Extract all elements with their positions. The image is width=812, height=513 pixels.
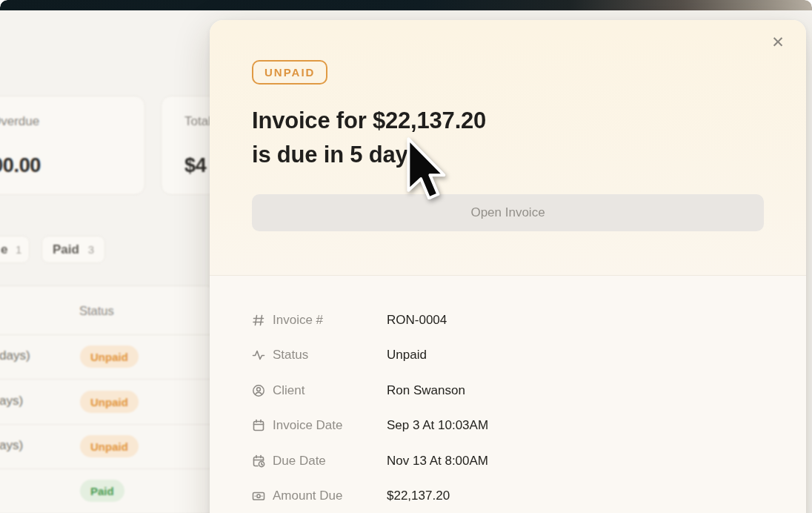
detail-value: Sep 3 At 10:03AM [387, 418, 488, 433]
detail-label: Amount Due [273, 489, 387, 503]
status-badge: Unpaid [80, 391, 139, 413]
filter-tab-count: 3 [88, 243, 94, 256]
detail-label: Client [273, 383, 387, 398]
stat-card-value: 00.00 [0, 154, 41, 177]
row-due-text: ays) [0, 394, 23, 408]
hash-icon [252, 313, 267, 328]
detail-label: Status [273, 348, 387, 363]
mouse-cursor [405, 136, 446, 199]
detail-value: RON-0004 [387, 313, 447, 328]
detail-row-due-date: Due Date Nov 13 At 8:00AM [252, 443, 764, 479]
filter-tab-paid[interactable]: Paid 3 [41, 236, 105, 263]
status-badge: Paid [80, 480, 124, 502]
calendar-icon [252, 418, 267, 433]
invoice-table: Status days) Unpaid ays) Unpaid ays) Unp… [0, 285, 216, 513]
filter-tab-due[interactable]: e 1 [0, 236, 30, 263]
row-due-text: days) [0, 348, 30, 363]
filter-tab-label: e [1, 242, 7, 257]
detail-label: Due Date [273, 454, 387, 469]
table-row[interactable]: ays) Unpaid [0, 380, 216, 425]
modal-header-section: ✕ UNPAID Invoice for $22,137.20 is due i… [210, 20, 806, 276]
detail-value: Ron Swanson [387, 383, 465, 398]
invoice-details-section: Invoice # RON-0004 Status Unpaid Client … [210, 276, 806, 513]
close-icon[interactable]: ✕ [768, 32, 788, 53]
stat-card-label: Total [184, 114, 211, 129]
status-badge: Unpaid [80, 345, 139, 368]
detail-row-invoice-date: Invoice Date Sep 3 At 10:03AM [252, 408, 764, 444]
detail-label: Invoice # [273, 313, 387, 328]
detail-row-client: Client Ron Swanson [252, 373, 764, 408]
stat-card-overdue: Overdue 00.00 [0, 96, 145, 195]
row-due-text: ays) [0, 438, 23, 453]
invoice-title-line2: is due in 5 days [252, 142, 421, 168]
table-row[interactable]: Paid [0, 469, 216, 513]
banknote-icon [252, 489, 267, 503]
detail-row-invoice-number: Invoice # RON-0004 [252, 302, 764, 338]
browser-top-bar [0, 0, 812, 10]
detail-row-amount-due: Amount Due $22,137.20 [252, 479, 764, 513]
stat-card-value: $4 [184, 154, 206, 177]
filter-tab-count: 1 [16, 243, 21, 256]
invoice-detail-modal: ✕ UNPAID Invoice for $22,137.20 is due i… [210, 20, 806, 513]
detail-value: Nov 13 At 8:00AM [387, 454, 488, 469]
calendar-clock-icon [252, 454, 267, 469]
app-window: Overdue 00.00 Total $4 e 1 Paid 3 Status… [0, 0, 812, 513]
detail-value: $22,137.20 [387, 489, 450, 503]
table-row[interactable]: days) Unpaid [0, 334, 216, 380]
activity-icon [252, 348, 267, 363]
table-row[interactable]: ays) Unpaid [0, 424, 216, 469]
detail-value: Unpaid [387, 348, 427, 363]
detail-label: Invoice Date [273, 418, 387, 433]
status-column-header: Status [79, 304, 114, 318]
user-circle-icon [252, 383, 267, 398]
detail-row-status: Status Unpaid [252, 338, 764, 374]
filter-tab-label: Paid [53, 242, 79, 257]
invoice-title-line1: Invoice for $22,137.20 [252, 107, 486, 133]
unpaid-status-badge: UNPAID [252, 60, 327, 85]
open-invoice-button[interactable]: Open Invoice [252, 194, 764, 231]
stat-card-label: Overdue [0, 114, 39, 129]
status-badge: Unpaid [80, 435, 139, 457]
